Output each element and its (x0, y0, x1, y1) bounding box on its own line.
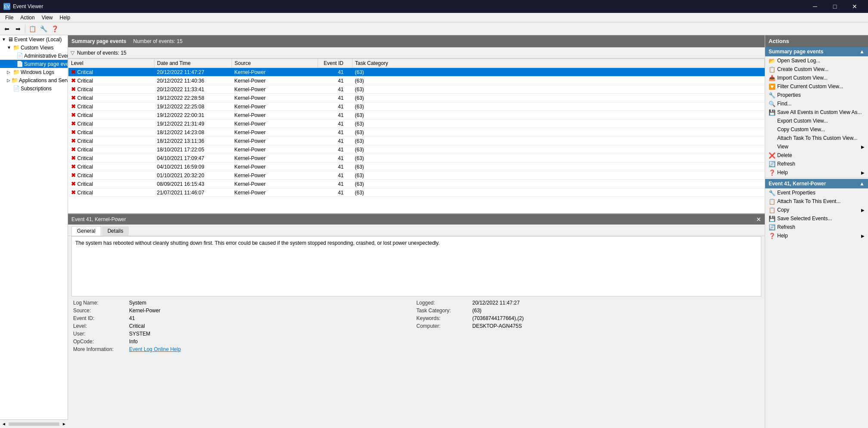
action-open-saved-log[interactable]: 📂Open Saved Log... (765, 56, 868, 65)
table-row[interactable]: ✖ Critical20/12/2022 11:40:36Kernel-Powe… (68, 77, 765, 85)
close-button[interactable]: ✕ (845, 0, 865, 13)
tab-details[interactable]: Details (102, 226, 129, 236)
expand-icon-app[interactable]: ▷ (7, 78, 10, 83)
folder-icon-windows: 📁 (13, 69, 20, 75)
tree-item-summary-events[interactable]: ▷ 📄 Summary page events (0, 60, 68, 68)
critical-icon: ✖ (71, 163, 76, 170)
title-bar-left: EV Event Viewer (3, 3, 43, 10)
cell-eventid: 41 (318, 85, 352, 94)
col-taskcategory[interactable]: Task Category (352, 59, 765, 68)
left-scrollbar[interactable]: ◄ ► (0, 419, 68, 428)
help-button[interactable]: ❓ (49, 24, 60, 34)
table-row[interactable]: ✖ Critical21/07/2021 11:46:07Kernel-Powe… (68, 188, 765, 197)
action-help-event[interactable]: ❓Help▶ (765, 231, 868, 240)
detail-close-button[interactable]: ✕ (756, 216, 761, 223)
col-level[interactable]: Level (68, 59, 154, 68)
expand-icon[interactable]: ▼ (2, 37, 7, 42)
cell-level: ✖ Critical (68, 145, 154, 154)
table-row[interactable]: ✖ Critical04/10/2021 16:59:09Kernel-Powe… (68, 163, 765, 171)
meta-level-value: Critical (129, 323, 417, 329)
col-source[interactable]: Source (232, 59, 318, 68)
tree-item-event-viewer[interactable]: ▼ 🖥 Event Viewer (Local) (0, 35, 68, 43)
action-copy[interactable]: 📋Copy▶ (765, 206, 868, 214)
tree-item-app-services[interactable]: ▷ 📁 Applications and Services Lo (0, 76, 68, 84)
table-row[interactable]: ✖ Critical19/12/2022 22:25:08Kernel-Powe… (68, 102, 765, 111)
action-event-properties[interactable]: 🔧Event Properties (765, 188, 868, 197)
restore-button[interactable]: □ (825, 0, 845, 13)
action-icon-refresh-event: 🔄 (769, 224, 775, 231)
cell-source: Kernel-Power (232, 171, 318, 180)
action-attach-task[interactable]: Attach Task To This Custom View... (765, 134, 868, 142)
expand-icon-custom[interactable]: ▼ (7, 45, 12, 50)
meta-computer-label: Computer: (417, 323, 473, 329)
action-refresh-event[interactable]: 🔄Refresh (765, 223, 868, 231)
col-eventid[interactable]: Event ID (318, 59, 352, 68)
action-label-save-all-events: Save All Events in Custom View As... (777, 109, 862, 115)
action-create-custom-view[interactable]: 📋Create Custom View... (765, 65, 868, 74)
cell-source: Kernel-Power (232, 145, 318, 154)
table-row[interactable]: ✖ Critical19/12/2022 21:31:49Kernel-Powe… (68, 120, 765, 128)
meta-opcode-label: OpCode: (73, 339, 129, 345)
menu-action[interactable]: Action (17, 14, 38, 22)
minimize-button[interactable]: ─ (805, 0, 825, 13)
table-row[interactable]: ✖ Critical01/10/2021 20:32:20Kernel-Powe… (68, 171, 765, 180)
tree-item-admin-events[interactable]: ▷ 📄 Administrative Events (0, 52, 68, 60)
show-hide-button[interactable]: 📋 (27, 24, 37, 34)
action-attach-task-event[interactable]: 📋Attach Task To This Event... (765, 197, 868, 206)
tree-item-custom-views[interactable]: ▼ 📁 Custom Views (0, 43, 68, 52)
app-icon: EV (3, 3, 10, 10)
tab-general[interactable]: General (71, 226, 101, 236)
critical-icon: ✖ (71, 112, 76, 118)
menu-view[interactable]: View (38, 14, 56, 22)
action-icon-help-summary: ❓ (769, 169, 775, 176)
table-row[interactable]: ✖ Critical08/09/2021 16:15:43Kernel-Powe… (68, 180, 765, 188)
col-datetime[interactable]: Date and Time (154, 59, 232, 68)
action-filter-current[interactable]: 🔽Filter Current Custom View... (765, 82, 868, 91)
action-icon-open-saved-log: 📂 (769, 58, 775, 64)
forward-button[interactable]: ➡ (13, 24, 23, 34)
actions-summary-list: 📂Open Saved Log...📋Create Custom View...… (765, 56, 868, 177)
menu-file[interactable]: File (2, 14, 17, 22)
meta-moreinfo-label: More Information: (73, 346, 129, 352)
critical-icon: ✖ (71, 86, 76, 92)
table-row[interactable]: ✖ Critical18/12/2022 13:11:36Kernel-Powe… (68, 137, 765, 145)
expand-icon-windows[interactable]: ▷ (7, 70, 12, 74)
properties-button[interactable]: 🔧 (38, 24, 49, 34)
table-row[interactable]: ✖ Critical04/10/2021 17:09:47Kernel-Powe… (68, 154, 765, 163)
action-delete[interactable]: ❌Delete (765, 151, 868, 160)
action-help-summary[interactable]: ❓Help▶ (765, 168, 868, 177)
tree-icon: 🖥 (8, 36, 13, 43)
table-row[interactable]: ✖ Critical20/12/2022 11:33:41Kernel-Powe… (68, 85, 765, 94)
page-icon-summary: 📄 (16, 61, 23, 67)
meta-computer-value: DESKTOP-AGN475S (473, 323, 760, 329)
action-view[interactable]: View▶ (765, 142, 868, 151)
tree-item-subscriptions[interactable]: ▷ 📄 Subscriptions (0, 84, 68, 92)
cell-taskcategory: (63) (352, 128, 765, 137)
back-button[interactable]: ⬅ (2, 24, 12, 34)
action-import-custom-view[interactable]: 📥Import Custom View... (765, 74, 868, 82)
table-row[interactable]: ✖ Critical18/12/2022 14:23:08Kernel-Powe… (68, 128, 765, 137)
menu-help[interactable]: Help (56, 14, 74, 22)
table-row[interactable]: ✖ Critical19/12/2022 22:28:58Kernel-Powe… (68, 94, 765, 102)
action-label-help-summary: Help (777, 169, 788, 176)
tree-item-windows-logs[interactable]: ▷ 📁 Windows Logs (0, 68, 68, 76)
actions-section-summary-collapse[interactable]: ▲ (859, 49, 865, 55)
critical-icon: ✖ (71, 103, 76, 110)
table-row[interactable]: ✖ Critical18/10/2021 17:22:05Kernel-Powe… (68, 145, 765, 154)
cell-eventid: 41 (318, 111, 352, 120)
action-export-custom-view[interactable]: Export Custom View... (765, 117, 868, 125)
events-table-container[interactable]: Level Date and Time Source Event ID Task… (68, 59, 765, 213)
action-refresh-summary[interactable]: 🔄Refresh (765, 160, 868, 168)
cell-source: Kernel-Power (232, 120, 318, 128)
table-row[interactable]: ✖ Critical19/12/2022 22:00:31Kernel-Powe… (68, 111, 765, 120)
actions-section-event-collapse[interactable]: ▲ (859, 181, 865, 187)
action-properties[interactable]: 🔧Properties (765, 91, 868, 99)
meta-logged-label: Logged: (417, 300, 473, 306)
meta-moreinfo-link[interactable]: Event Log Online Help (129, 346, 417, 352)
action-copy-custom-view[interactable]: Copy Custom View... (765, 125, 868, 134)
table-row[interactable]: ✖ Critical20/12/2022 11:47:27Kernel-Powe… (68, 68, 765, 77)
action-save-selected[interactable]: 💾Save Selected Events... (765, 214, 868, 223)
action-save-all-events[interactable]: 💾Save All Events in Custom View As... (765, 108, 868, 117)
tree-label-custom-views: Custom Views (21, 45, 53, 51)
action-find[interactable]: 🔍Find... (765, 99, 868, 108)
